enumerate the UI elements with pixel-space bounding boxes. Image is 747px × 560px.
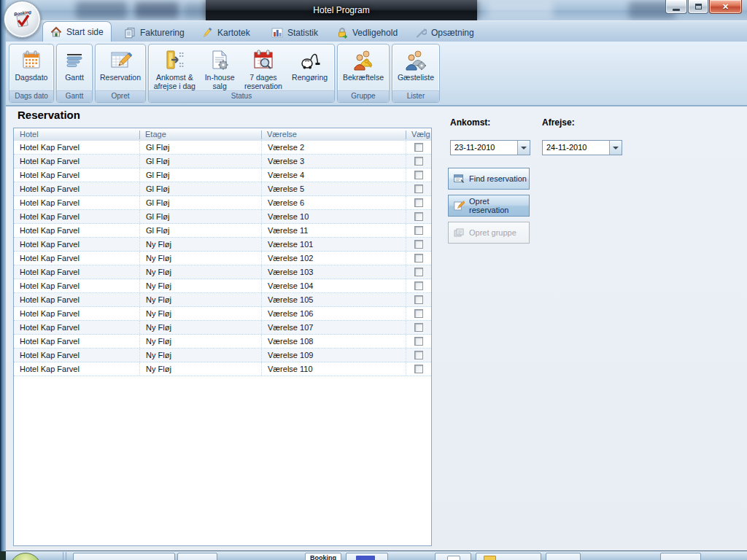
taskbar-button[interactable]	[73, 553, 175, 560]
ribbon-tab-row: Start side Fakturering Kartotek Statisti…	[6, 20, 747, 42]
tab-vedligehold[interactable]: Vedligehold	[329, 24, 405, 42]
taskbar-separator	[63, 552, 63, 560]
table-row[interactable]: Hotel Kap FarvelGl FløjVærelse 11	[14, 224, 431, 238]
dagsdato-button[interactable]: Dagsdato	[14, 46, 50, 90]
cell-etage: Ny Fløj	[139, 238, 261, 251]
find-reservation-button[interactable]: Find reservation	[448, 168, 530, 190]
taskbar-button[interactable]	[346, 553, 388, 560]
gantt-button[interactable]: Gantt	[61, 46, 88, 90]
row-checkbox[interactable]	[414, 309, 423, 318]
tab-statistik[interactable]: Statistik	[264, 24, 325, 42]
tab-kartotek[interactable]: Kartotek	[194, 24, 258, 42]
cell-vaerelse: Værelse 110	[261, 362, 406, 376]
table-row[interactable]: Hotel Kap FarvelNy FløjVærelse 107	[14, 321, 431, 335]
table-row[interactable]: Hotel Kap FarvelNy FløjVærelse 109	[14, 349, 431, 362]
cell-etage: Ny Fløj	[139, 265, 261, 279]
tab-opsaetning[interactable]: Opsætning	[408, 24, 481, 42]
row-checkbox[interactable]	[414, 212, 423, 221]
cell-hotel: Hotel Kap Farvel	[14, 307, 139, 320]
close-button[interactable]: ✕	[709, 0, 742, 14]
row-checkbox[interactable]	[414, 184, 423, 193]
ribbon-button-label: Gantt	[65, 73, 84, 82]
cell-etage: Ny Fløj	[139, 293, 261, 306]
ribbon-button-label: Ankomst & afrejse i dag	[152, 73, 198, 90]
table-row[interactable]: Hotel Kap FarvelGl FløjVærelse 3	[14, 155, 431, 168]
row-checkbox[interactable]	[414, 171, 423, 179]
row-checkbox[interactable]	[414, 295, 423, 304]
row-checkbox[interactable]	[414, 365, 423, 373]
button-label: Find reservation	[469, 174, 527, 183]
column-header-vaerelse[interactable]: Værelse	[261, 128, 406, 141]
afrejse-date-picker[interactable]: 24-11-2010	[542, 140, 622, 155]
opret-reservation-button[interactable]: Opret reservation	[448, 195, 530, 217]
reservation-button[interactable]: Reservation	[98, 46, 142, 90]
rengoering-button[interactable]: Rengøring	[287, 46, 333, 90]
row-checkbox[interactable]	[414, 281, 423, 290]
glass-blur-decor	[487, 1, 553, 19]
tab-start-side[interactable]: Start side	[42, 21, 112, 42]
table-row[interactable]: Hotel Kap FarvelNy FløjVærelse 110	[14, 362, 431, 376]
cell-hotel: Hotel Kap Farvel	[14, 349, 139, 362]
column-header-hotel[interactable]: Hotel	[14, 128, 139, 141]
cell-vaerelse: Værelse 107	[261, 321, 406, 334]
row-checkbox[interactable]	[414, 240, 423, 249]
taskbar-corner-decor	[0, 551, 6, 560]
row-checkbox[interactable]	[414, 268, 423, 276]
cell-etage: Ny Fløj	[139, 349, 261, 362]
tab-fakturering[interactable]: Fakturering	[117, 24, 192, 42]
taskbar-button[interactable]	[476, 553, 541, 560]
in-house-salg-button[interactable]: In-house salg	[200, 46, 240, 90]
home-icon	[50, 26, 62, 38]
row-checkbox[interactable]	[414, 157, 423, 166]
cell-hotel: Hotel Kap Farvel	[14, 238, 139, 251]
table-row[interactable]: Hotel Kap FarvelNy FløjVærelse 106	[14, 307, 431, 321]
opret-gruppe-button[interactable]: Opret gruppe	[448, 222, 530, 244]
wrench-icon	[415, 27, 427, 39]
row-checkbox[interactable]	[414, 198, 423, 207]
table-row[interactable]: Hotel Kap FarvelNy FløjVærelse 101	[14, 238, 431, 252]
table-row[interactable]: Hotel Kap FarvelNy FløjVærelse 108	[14, 335, 431, 349]
table-row[interactable]: Hotel Kap FarvelGl FløjVærelse 5	[14, 182, 431, 196]
bar-chart-icon	[271, 27, 283, 39]
table-row[interactable]: Hotel Kap FarvelGl FløjVærelse 2	[14, 141, 431, 155]
table-row[interactable]: Hotel Kap FarvelGl FløjVærelse 4	[14, 168, 431, 182]
table-row[interactable]: Hotel Kap FarvelGl FløjVærelse 10	[14, 210, 431, 224]
taskbar-button[interactable]	[660, 553, 701, 560]
row-checkbox[interactable]	[414, 254, 423, 262]
cell-hotel: Hotel Kap Farvel	[14, 196, 139, 209]
application-menu-orb[interactable]: Booking	[4, 1, 41, 38]
ankomst-date-picker[interactable]: 23-11-2010	[450, 140, 530, 155]
syv-dages-reservation-button[interactable]: 7 dages reservation	[241, 46, 287, 90]
gaesteliste-button[interactable]: Gæsteliste	[396, 46, 436, 90]
column-header-etage[interactable]: Etage	[139, 128, 261, 141]
table-row[interactable]: Hotel Kap FarvelGl FløjVærelse 6	[14, 196, 431, 210]
maximize-button[interactable]	[688, 0, 708, 14]
column-header-vaelg[interactable]: Vælg	[406, 128, 431, 141]
ribbon-group-gruppe: Bekræftelse Gruppe	[337, 44, 390, 103]
ankomst-afrejse-button[interactable]: Ankomst & afrejse i dag	[150, 46, 199, 90]
taskbar-button-booking[interactable]: Booking	[305, 553, 341, 560]
taskbar-button[interactable]	[546, 553, 581, 560]
table-row[interactable]: Hotel Kap FarvelNy FløjVærelse 104	[14, 279, 431, 293]
cell-hotel: Hotel Kap Farvel	[14, 265, 139, 279]
taskbar-button[interactable]	[435, 553, 471, 560]
table-row[interactable]: Hotel Kap FarvelNy FløjVærelse 105	[14, 293, 431, 307]
row-checkbox[interactable]	[414, 226, 423, 235]
minimize-button[interactable]	[665, 0, 687, 14]
row-checkbox[interactable]	[414, 351, 423, 359]
table-row[interactable]: Hotel Kap FarvelNy FløjVærelse 103	[14, 265, 431, 279]
vacuum-icon	[298, 48, 322, 71]
row-checkbox[interactable]	[414, 143, 423, 152]
cell-vaerelse: Værelse 102	[261, 252, 406, 265]
afrejse-dropdown-button[interactable]	[609, 141, 622, 155]
row-checkbox[interactable]	[414, 323, 423, 332]
table-row[interactable]: Hotel Kap FarvelNy FløjVærelse 102	[14, 252, 431, 265]
cell-etage: Ny Fløj	[139, 335, 261, 348]
folder-icon	[484, 556, 496, 560]
taskbar-button[interactable]	[177, 553, 217, 560]
bekraeftelse-button[interactable]: Bekræftelse	[341, 46, 385, 90]
start-orb[interactable]	[9, 553, 42, 560]
ankomst-dropdown-button[interactable]	[517, 141, 530, 155]
row-checkbox[interactable]	[414, 337, 423, 346]
cell-etage: Gl Fløj	[139, 196, 261, 209]
